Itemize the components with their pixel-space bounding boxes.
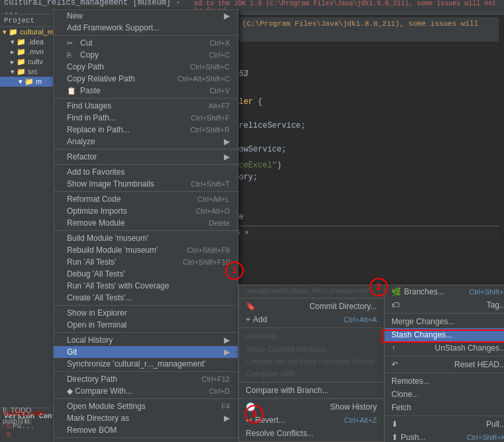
menu-module-settings[interactable]: Open Module Settings F4 [54, 400, 238, 412]
git-stash-changes[interactable]: Stash Changes... [385, 328, 504, 341]
menu-open-terminal[interactable]: Open in Terminal [54, 319, 238, 331]
menu-diagrams[interactable]: Diagrams ▶ [54, 439, 238, 442]
menu-sep1 [54, 35, 238, 36]
git-add-shortcut: Ctrl+Alt+A [344, 316, 377, 324]
menu-git[interactable]: Git ▶ [54, 346, 238, 358]
git-reset-label: Reset HEAD... [454, 360, 504, 369]
menu-optimize[interactable]: Optimize Imports Ctrl+Alt+O [54, 205, 238, 217]
git-right-sep3 [385, 373, 504, 373]
git-stash-label: Stash Changes... [391, 330, 452, 339]
vc-icon2: G [7, 431, 11, 439]
push-label: push目标: [3, 418, 32, 425]
git-branches[interactable]: 🌿 Branches... Ctrl+Shift+` [385, 285, 504, 298]
menu-build-module[interactable]: Build Module 'museum' [54, 232, 238, 244]
git-sep1 [239, 298, 383, 298]
git-tag-label: Tag... [487, 300, 504, 310]
git-sep2 [239, 328, 383, 328]
menu-sep7 [54, 305, 238, 306]
git-path-label: management\cultural_relics_management [246, 287, 369, 294]
menu-sep11 [54, 437, 238, 438]
menu-copy[interactable]: ⎘ Copy Ctrl+C [54, 49, 238, 61]
menu-sep3 [54, 149, 238, 150]
git-compare-branch[interactable]: Compare with Branch... [239, 384, 383, 397]
git-revert[interactable]: ↩ Revert... Ctrl+Alt+Z [239, 414, 383, 427]
menu-local-history[interactable]: Local History ▶ [54, 334, 238, 346]
git-branch-label: Compare with Branch... [246, 386, 328, 395]
menu-create-tests[interactable]: Create 'All Tests'... [54, 292, 238, 304]
menu-remove-bom[interactable]: Remove BOM [54, 424, 238, 436]
git-fetch[interactable]: Fetch [385, 401, 504, 414]
menu-copy-path[interactable]: Copy Path Ctrl+Shift+C [54, 61, 238, 73]
git-revert-shortcut: Ctrl+Alt+Z [344, 416, 377, 424]
menu-cut[interactable]: ✂ Cut Ctrl+X [54, 37, 238, 49]
menu-add-framework[interactable]: Add Framework Support... [54, 22, 238, 34]
menu-sep10 [54, 398, 238, 399]
todo-text: 6: TODO [3, 406, 32, 414]
menu-paste[interactable]: 📋 Paste Ctrl+V [54, 85, 238, 97]
menu-remove-module[interactable]: Remove Module Delete [54, 217, 238, 229]
git-history-label: Show History [330, 402, 377, 412]
git-right-sep4 [385, 416, 504, 416]
menu-debug-tests[interactable]: Debug 'All Tests' [54, 268, 238, 280]
git-commit-dir[interactable]: 🔖 Commit Directory... [239, 300, 383, 313]
context-menu[interactable]: New ▶ Add Framework Support... ✂ Cut Ctr… [53, 9, 238, 442]
git-show-revision: Show Current Revision [239, 343, 383, 356]
git-annotate-label: Annotate [246, 332, 277, 341]
menu-find-path[interactable]: Find in Path... Ctrl+Shift+F [54, 112, 238, 124]
menu-analyze[interactable]: Analyze ▶ [54, 136, 238, 148]
git-push-label: Push... [401, 433, 425, 442]
git-pull-label: Pull... [486, 420, 504, 429]
git-branches-shortcut: Ctrl+Shift+` [469, 288, 504, 296]
git-show-history[interactable]: 🕐 Show History [239, 400, 383, 414]
git-push-shortcut: Ctrl+Shift+K [467, 433, 504, 441]
menu-replace-path[interactable]: Replace in Path... Ctrl+Shift+R [54, 124, 238, 136]
menu-copy-rel-path[interactable]: Copy Relative Path Ctrl+Alt+Shift+C [54, 73, 238, 85]
menu-find-usages[interactable]: Find Usages Alt+F7 [54, 100, 238, 112]
menu-new[interactable]: New ▶ [54, 10, 238, 22]
git-resolve-conflicts[interactable]: Resolve Conflicts... [239, 427, 383, 440]
menu-compare[interactable]: ◆ Compare With... Ctrl+D [54, 385, 238, 397]
git-submenu[interactable]: management\cultural_relics_management 🔖 … [238, 285, 384, 442]
git-revision-label: Show Current Revision [246, 345, 327, 354]
menu-refactor[interactable]: Refactor ▶ [54, 151, 238, 163]
git-tag[interactable]: 🏷 Tag... [385, 298, 504, 312]
git-path-item: management\cultural_relics_management [239, 285, 383, 296]
menu-add-favorites[interactable]: Add to Favorites [54, 166, 238, 178]
git-clone[interactable]: Clone... [385, 388, 504, 401]
git-right-submenu[interactable]: 🌿 Branches... Ctrl+Shift+` 🏷 Tag... Merg… [384, 285, 504, 442]
git-fetch-label: Fetch [391, 403, 411, 412]
git-sep3 [239, 382, 383, 382]
menu-mark-dir[interactable]: Mark Directory as ▶ [54, 412, 238, 424]
git-reset-head[interactable]: ↶ Reset HEAD... [385, 358, 504, 371]
menu-run-coverage[interactable]: Run 'All Tests' with Coverage [54, 280, 238, 292]
menu-synchronize[interactable]: Synchronize 'cultural_r..._management' [54, 358, 238, 370]
git-merge-label: Merge Changes... [391, 317, 454, 326]
menu-show-thumbs[interactable]: Show Image Thumbnails Ctrl+Shift+T [54, 178, 238, 190]
git-compare-with: Compare with... [239, 367, 383, 380]
git-commit-label: Commit Directory... [309, 302, 377, 311]
git-sep4 [239, 398, 383, 399]
git-pull[interactable]: ⬇ Pull... [385, 418, 504, 431]
git-push[interactable]: ⬆ Push... Ctrl+Shift+K [385, 431, 504, 442]
menu-sep5 [54, 191, 238, 192]
git-branches-label: Branches... [404, 287, 444, 296]
todo-label: 6: TODO [3, 406, 32, 414]
menu-rebuild-module[interactable]: Rebuild Module 'museum' Ctrl+Shift+F9 [54, 244, 238, 256]
menu-directory-path[interactable]: Directory Path Ctrl+F12 [54, 373, 238, 385]
menu-sep2 [54, 98, 238, 99]
git-compare-with-label: Compare with... [246, 369, 301, 378]
git-right-sep2 [385, 356, 504, 357]
git-unstash-label: UnStash Changes... [435, 343, 504, 353]
git-compare-repo: Compare with the Same Repository Version [239, 356, 383, 367]
git-resolve-label: Resolve Conflicts... [246, 429, 314, 438]
git-add[interactable]: + Add Ctrl+Alt+A [239, 313, 383, 326]
menu-show-explorer[interactable]: Show in Explorer [54, 307, 238, 319]
git-remotes[interactable]: Remotes... [385, 375, 504, 388]
git-clone-label: Clone... [391, 390, 419, 399]
git-unstash-changes[interactable]: ↑ UnStash Changes... [385, 341, 504, 355]
menu-sep9 [54, 371, 238, 372]
menu-reformat[interactable]: Reformat Code Ctrl+Alt+L [54, 193, 238, 205]
git-remotes-label: Remotes... [391, 376, 430, 386]
menu-run-tests[interactable]: Run 'All Tests' Ctrl+Shift+F10 [54, 256, 238, 268]
git-merge-changes[interactable]: Merge Changes... [385, 315, 504, 328]
